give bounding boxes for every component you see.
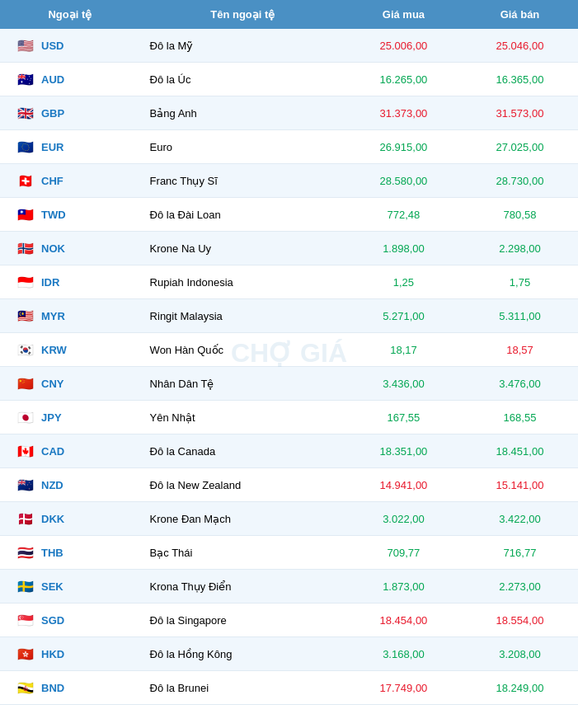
- currency-code: EUR: [41, 141, 63, 153]
- sell-price: 716,77: [462, 536, 578, 570]
- flag-icon: 🇸🇪: [15, 575, 36, 597]
- table-row: 🇳🇿NZDĐô la New Zealand14.941,0015.141,00: [0, 468, 578, 502]
- sell-price: 27.025,00: [462, 130, 578, 164]
- currency-name: Bảng Anh: [140, 96, 345, 130]
- buy-price: 1.898,00: [345, 232, 462, 265]
- buy-price: 18,17: [345, 333, 462, 367]
- currency-cell: 🇳🇴NOK: [0, 232, 140, 265]
- currency-name: Euro: [140, 130, 345, 164]
- currency-code: HKD: [41, 648, 64, 660]
- flag-icon: 🇲🇾: [15, 305, 36, 326]
- currency-cell: 🇪🇺EUR: [0, 130, 140, 164]
- currency-code: DKK: [41, 513, 64, 525]
- currency-cell: 🇧🇳BND: [0, 671, 140, 705]
- buy-price: 167,55: [345, 401, 462, 434]
- buy-price: 1,25: [345, 265, 462, 299]
- currency-code: THB: [41, 547, 63, 559]
- currency-cell: 🇸🇪SEK: [0, 570, 140, 604]
- flag-icon: 🇮🇩: [15, 271, 36, 293]
- sell-price: 3.422,00: [462, 502, 578, 536]
- table-row: 🇹🇼TWDĐô la Đài Loan772,48780,58: [0, 198, 578, 232]
- flag-icon: 🇸🇬: [15, 609, 36, 631]
- sell-price: 780,58: [462, 198, 578, 232]
- table-row: 🇨🇳CNYNhân Dân Tệ3.436,003.476,00: [0, 367, 578, 401]
- table-row: 🇳🇴NOKKrone Na Uy1.898,002.298,00: [0, 232, 578, 265]
- currency-code: TWD: [41, 209, 66, 221]
- sell-price: 168,55: [462, 401, 578, 434]
- currency-cell: 🇨🇭CHF: [0, 164, 140, 198]
- flag-icon: 🇭🇰: [15, 643, 36, 665]
- currency-cell: 🇬🇧GBP: [0, 96, 140, 130]
- currency-cell: 🇹🇼TWD: [0, 198, 140, 232]
- sell-price: 18.451,00: [462, 434, 578, 468]
- sell-price: 3.476,00: [462, 367, 578, 401]
- sell-price: 18.249,00: [462, 671, 578, 705]
- header-buy: Giá mua: [345, 0, 462, 29]
- table-row: 🇰🇷KRWWon Hàn Quốc18,1718,57: [0, 333, 578, 367]
- currency-name: Yên Nhật: [140, 401, 345, 434]
- currency-code: BND: [41, 682, 64, 694]
- flag-icon: 🇩🇰: [15, 508, 36, 529]
- flag-icon: 🇺🇸: [15, 35, 36, 56]
- currency-name: Rupiah Indonesia: [140, 265, 345, 299]
- currency-cell: 🇸🇬SGD: [0, 604, 140, 637]
- currency-code: CHF: [41, 175, 63, 187]
- currency-code: NOK: [41, 242, 65, 255]
- currency-cell: 🇰🇷KRW: [0, 333, 140, 367]
- table-row: 🇨🇦CADĐô la Canada18.351,0018.451,00: [0, 434, 578, 468]
- table-row: 🇭🇰HKDĐô la Hồng Kông3.168,003.208,00: [0, 637, 578, 671]
- flag-icon: 🇹🇭: [15, 542, 36, 563]
- flag-icon: 🇪🇺: [15, 136, 36, 157]
- flag-icon: 🇰🇷: [15, 339, 36, 360]
- buy-price: 18.454,00: [345, 604, 462, 637]
- currency-cell: 🇭🇰HKD: [0, 637, 140, 671]
- flag-icon: 🇬🇧: [15, 102, 36, 124]
- sell-price: 2.298,00: [462, 232, 578, 265]
- currency-name: Bạc Thái: [140, 536, 345, 570]
- table-row: 🇲🇾MYRRingit Malaysia5.271,005.311,00: [0, 299, 578, 333]
- flag-icon: 🇨🇳: [15, 373, 36, 394]
- buy-price: 772,48: [345, 198, 462, 232]
- buy-price: 14.941,00: [345, 468, 462, 502]
- flag-icon: 🇦🇺: [15, 68, 36, 90]
- currency-cell: 🇹🇭THB: [0, 536, 140, 570]
- table-row: 🇯🇵JPYYên Nhật167,55168,55: [0, 401, 578, 434]
- table-row: 🇹🇭THBBạc Thái709,77716,77: [0, 536, 578, 570]
- currency-code: CAD: [41, 445, 64, 458]
- currency-name: Nhân Dân Tệ: [140, 367, 345, 401]
- buy-price: 1.873,00: [345, 570, 462, 604]
- currency-code: IDR: [41, 276, 59, 289]
- currency-code: NZD: [41, 479, 63, 491]
- table-row: 🇨🇭CHFFranc Thụy Sĩ28.580,0028.730,00: [0, 164, 578, 198]
- currency-code: USD: [41, 40, 63, 52]
- flag-icon: 🇯🇵: [15, 406, 36, 428]
- sell-price: 3.208,00: [462, 637, 578, 671]
- buy-price: 709,77: [345, 536, 462, 570]
- header-name: Tên ngoại tệ: [140, 0, 345, 29]
- header-sell: Giá bán: [462, 0, 578, 29]
- buy-price: 5.271,00: [345, 299, 462, 333]
- currency-name: Đô la Hồng Kông: [140, 637, 345, 671]
- currency-cell: 🇩🇰DKK: [0, 502, 140, 536]
- sell-price: 1,75: [462, 265, 578, 299]
- table-row: 🇺🇸USDĐô la Mỹ25.006,0025.046,00: [0, 29, 578, 63]
- table-row: 🇧🇳BNDĐô la Brunei17.749,0018.249,00: [0, 671, 578, 705]
- currency-code: JPY: [41, 411, 62, 424]
- sell-price: 2.273,00: [462, 570, 578, 604]
- currency-cell: 🇲🇾MYR: [0, 299, 140, 333]
- sell-price: 18.554,00: [462, 604, 578, 637]
- flag-icon: 🇧🇳: [15, 677, 36, 698]
- flag-icon: 🇳🇿: [15, 474, 36, 496]
- flag-icon: 🇨🇦: [15, 440, 36, 462]
- currency-name: Đô la Đài Loan: [140, 198, 345, 232]
- currency-cell: 🇳🇿NZD: [0, 468, 140, 502]
- buy-price: 31.373,00: [345, 96, 462, 130]
- currency-cell: 🇯🇵JPY: [0, 401, 140, 434]
- currency-name: Won Hàn Quốc: [140, 333, 345, 367]
- currency-name: Krone Na Uy: [140, 232, 345, 265]
- currency-code: KRW: [41, 344, 67, 356]
- currency-name: Franc Thụy Sĩ: [140, 164, 345, 198]
- buy-price: 28.580,00: [345, 164, 462, 198]
- buy-price: 3.436,00: [345, 367, 462, 401]
- currency-name: Đô la Singapore: [140, 604, 345, 637]
